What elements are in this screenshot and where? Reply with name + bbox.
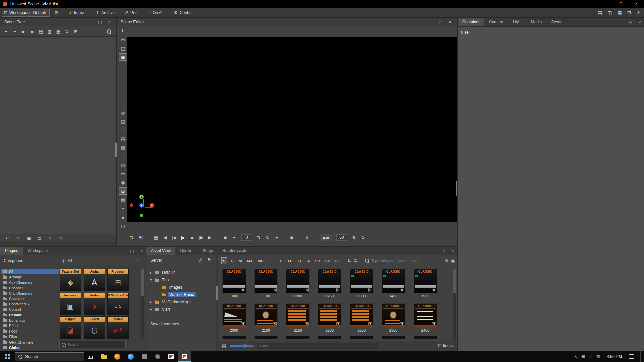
notification-center-icon[interactable]	[629, 354, 634, 359]
asset-thumbnail[interactable]: CLASSIC S	[318, 303, 341, 327]
type-filter-button[interactable]: I	[267, 257, 273, 264]
tree-node-vizcuriousmaps[interactable]: ▶ VizCuriousMaps	[148, 298, 215, 306]
swap-button[interactable]: ⇆	[57, 235, 65, 242]
collapse-tree-button[interactable]: ▤	[37, 28, 45, 35]
asset-thumbnail[interactable]: CLASSIC S	[414, 303, 437, 327]
asset-item[interactable]: CLASSIC S 1000	[222, 269, 246, 298]
asset-splitter[interactable]	[216, 255, 218, 351]
undo-button[interactable]: ↶	[4, 235, 11, 242]
firefox-button[interactable]	[111, 351, 124, 362]
bookmark-icon[interactable]: ⚑	[207, 257, 211, 262]
show-desktop-button[interactable]	[640, 351, 642, 362]
category-item[interactable]: Control	[1, 307, 59, 312]
asset-item[interactable]: CLASSIC S 1400	[382, 269, 405, 298]
wireframe-icon[interactable]: ◇	[119, 153, 127, 160]
scene-tree-area[interactable]	[0, 37, 116, 234]
asset-item[interactable]: CLASSIC S 2150	[286, 303, 310, 333]
app-secondary-button[interactable]	[151, 351, 164, 362]
render-view-icon[interactable]: ▣	[119, 53, 127, 61]
camera-view-icon[interactable]: ▨	[119, 118, 127, 125]
viz-engine-button[interactable]	[164, 351, 178, 362]
maximize-panel-icon[interactable]: ◰	[129, 249, 135, 253]
tab-container[interactable]: Container	[458, 18, 484, 26]
focus-icon[interactable]: ◉	[119, 179, 127, 186]
category-item[interactable]: Effect	[1, 323, 59, 328]
category-item[interactable]: All	[1, 269, 59, 274]
tab-media[interactable]: Media	[526, 18, 547, 26]
maximize-panel-icon[interactable]: ◰	[441, 249, 446, 253]
add-container-button[interactable]: +	[2, 28, 10, 35]
menu-config[interactable]: ⚙ Config	[174, 10, 191, 15]
close-panel-icon[interactable]: ×	[450, 249, 455, 253]
type-filter-button[interactable]: FC	[334, 257, 342, 264]
asset-item[interactable]: CLASSIC S 1500	[414, 269, 437, 298]
grid-toggle-icon[interactable]: ⊞	[119, 187, 127, 195]
tab-scene[interactable]: Scene	[546, 18, 567, 26]
render-viewport[interactable]: Y X Z	[127, 37, 457, 222]
close-panel-icon[interactable]: ×	[447, 20, 453, 24]
type-filter-button[interactable]: SH	[324, 257, 332, 264]
speed-stepper[interactable]: ⇅	[352, 235, 356, 240]
tab-stage[interactable]: Stage	[198, 247, 218, 255]
play-animation-button[interactable]: ▶	[20, 28, 27, 35]
file-explorer-button[interactable]	[97, 351, 111, 362]
workspace-settings-icon[interactable]: ⚙	[54, 10, 59, 15]
film-view-icon[interactable]: ▥	[119, 161, 127, 169]
asset-thumbnail[interactable]: CLASSIC S	[222, 303, 246, 327]
volume-icon[interactable]: ◁	[589, 354, 592, 359]
split-view-icon[interactable]: ◫	[119, 45, 127, 52]
type-filter-button[interactable]: A	[306, 257, 311, 264]
tree-node-trio[interactable]: ▼ Trio	[148, 276, 215, 284]
taskbar-search-box[interactable]: Search	[15, 352, 84, 361]
asset-thumbnail[interactable]: CLASSIC S	[350, 303, 373, 327]
menu-on-air[interactable]: ● On Air	[149, 10, 164, 15]
tab-workspace[interactable]: Workspace	[23, 247, 52, 255]
plugin-clipper[interactable]: Clipper ◪	[60, 316, 81, 339]
remove-container-button[interactable]: −	[11, 28, 18, 35]
gear-icon[interactable]: ⚙	[445, 258, 449, 263]
asset-item[interactable]: CLASSIC S 2100	[254, 303, 278, 333]
active-key-tool-button[interactable]: ◆⇄	[320, 234, 332, 241]
category-item[interactable]: Clip Channels	[1, 291, 59, 296]
plugins-scrollbar[interactable]	[141, 269, 144, 339]
category-item[interactable]: Default	[1, 312, 59, 318]
axis-gizmo[interactable]: Y X Z	[130, 194, 157, 221]
type-filter-button[interactable]: MD	[256, 257, 265, 264]
category-item[interactable]: GFX Channels	[1, 339, 59, 345]
asset-item[interactable]: CLASSIC S 2200	[318, 303, 341, 333]
tab-control[interactable]: Control	[175, 247, 198, 255]
loop-secondary-button[interactable]: ↻	[361, 235, 365, 240]
type-filter-button[interactable]: MA	[246, 257, 254, 264]
negative-x-handle[interactable]	[130, 203, 133, 207]
filter-menu-icon[interactable]: ≡	[135, 259, 140, 263]
loop-button[interactable]: ↻	[265, 235, 270, 240]
stop-button[interactable]: ■	[190, 235, 195, 240]
asset-thumbnail[interactable]: CLASSIC S	[286, 303, 310, 327]
asset-thumbnail[interactable]: CLASSIC S	[286, 269, 310, 293]
network-icon[interactable]: ▥	[596, 354, 600, 359]
app-button[interactable]	[138, 351, 151, 362]
texture-view-icon[interactable]: ▦	[119, 144, 127, 151]
close-panel-icon[interactable]: ×	[139, 249, 144, 253]
menu-import[interactable]: ↧ Import	[68, 10, 86, 15]
category-item[interactable]: Aux Channels	[1, 280, 59, 285]
trash-icon[interactable]	[108, 236, 112, 240]
expand-arrow-icon[interactable]: ▶	[150, 308, 153, 311]
plugin-expert[interactable]: Expert ◍	[84, 316, 105, 339]
expand-arrow-icon[interactable]: ▶	[150, 300, 153, 304]
decrement-button[interactable]: −	[232, 235, 237, 240]
browser-button[interactable]	[124, 351, 138, 362]
asset-thumbnail[interactable]: CLASSIC S	[414, 269, 437, 293]
type-filter-button[interactable]: M	[237, 257, 243, 264]
increment-button[interactable]: +	[274, 235, 279, 240]
asset-item[interactable]: CLASSIC S 2000	[222, 303, 246, 333]
asset-item[interactable]: CLASSIC S 2300	[382, 303, 405, 333]
minimize-button[interactable]: –	[598, 0, 613, 8]
key-down-button[interactable]: ⇓	[305, 235, 309, 240]
category-item[interactable]: Arrange	[1, 274, 59, 280]
set-key-button[interactable]: ◆	[289, 235, 294, 240]
tray-expand-icon[interactable]: ∧	[574, 354, 577, 359]
task-view-button[interactable]	[84, 351, 97, 362]
plugin-alpha[interactable]: Alpha A	[84, 269, 105, 291]
jump-end-button[interactable]: ▶|	[208, 235, 213, 240]
